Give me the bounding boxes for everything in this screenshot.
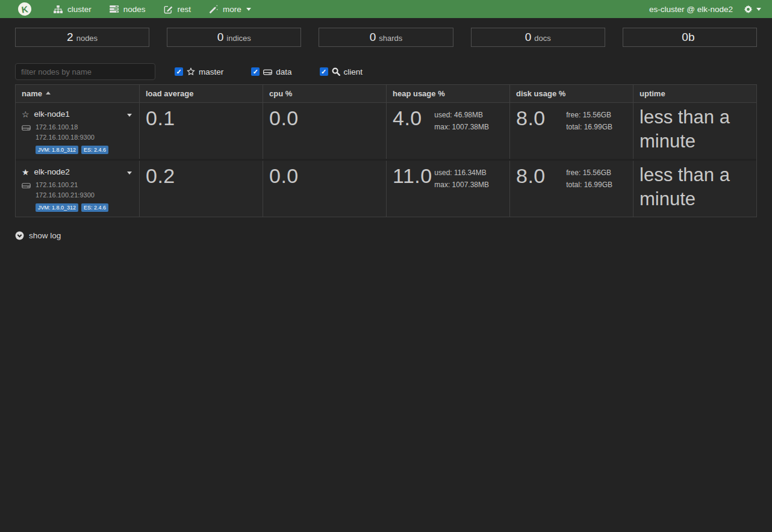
edit-icon <box>164 5 173 14</box>
cpu-cell: 0.0 <box>263 103 386 159</box>
stat-value: 0 <box>217 31 224 44</box>
column-label: disk usage % <box>516 89 565 98</box>
heap-used: used: 46.98MB <box>434 109 489 121</box>
cluster-stats-row: 2 nodes 0 indices 0 shards 0 docs 0b <box>15 28 757 47</box>
column-header-load-average[interactable]: load average <box>139 85 263 102</box>
stat-label: shards <box>379 34 402 43</box>
stat-size: 0b <box>623 28 757 47</box>
cpu-value: 0.0 <box>269 165 299 187</box>
column-label: cpu % <box>269 89 292 98</box>
kopf-logo[interactable]: K <box>17 2 33 17</box>
show-log-toggle[interactable]: show log <box>15 231 61 240</box>
disk-total: total: 16.99GB <box>566 179 612 191</box>
stat-value: 2 <box>67 31 73 44</box>
caret-down-icon <box>756 8 761 11</box>
table-header: name load average cpu % heap usage % dis… <box>16 85 756 103</box>
cpu-value: 0.0 <box>269 107 299 129</box>
hdd-icon <box>263 68 272 75</box>
stat-value: 0 <box>525 31 532 44</box>
disk-free: free: 15.56GB <box>566 109 612 121</box>
disk-detail: free: 15.56GB total: 16.99GB <box>566 107 612 133</box>
chevron-circle-down-icon <box>15 231 24 240</box>
tasks-icon <box>110 5 119 13</box>
sort-asc-icon <box>46 91 51 94</box>
main-content: 2 nodes 0 indices 0 shards 0 docs 0b <box>0 28 772 240</box>
disk-usage-cell: 8.0 free: 15.56GB total: 16.99GB <box>509 161 633 217</box>
heap-max: max: 1007.38MB <box>434 121 489 133</box>
checkbox-checked-icon[interactable] <box>175 67 183 76</box>
disk-usage-cell: 8.0 free: 15.56GB total: 16.99GB <box>509 103 633 159</box>
stat-shards: 0 shards <box>319 28 453 47</box>
master-eligible-star-icon <box>22 110 30 119</box>
heap-usage-cell: 11.0 used: 116.34MB max: 1007.38MB <box>386 161 509 217</box>
es-version-badge: ES: 2.4.6 <box>81 203 108 212</box>
current-master-star-icon <box>22 168 30 176</box>
settings-menu[interactable] <box>744 5 764 14</box>
disk-total: total: 16.99GB <box>566 121 612 133</box>
nav-item-more[interactable]: more <box>200 0 260 18</box>
stat-label: indices <box>226 34 251 43</box>
nav-item-cluster[interactable]: cluster <box>45 0 101 18</box>
heap-usage-cell: 4.0 used: 46.98MB max: 1007.38MB <box>386 103 509 159</box>
nav-item-rest[interactable]: rest <box>155 0 201 18</box>
nav-item-label: cluster <box>67 5 92 14</box>
disk-usage-value: 8.0 <box>516 107 546 129</box>
column-header-heap-usage[interactable]: heap usage % <box>386 85 509 102</box>
column-label: name <box>22 89 42 98</box>
checkbox-client[interactable]: client <box>320 67 363 76</box>
column-header-name[interactable]: name <box>16 85 139 102</box>
node-name: elk-node1 <box>34 110 70 119</box>
node-filter-input[interactable] <box>15 63 155 80</box>
table-row: elk-node1 172.16.100.18 172.16.100.1 <box>16 103 756 159</box>
cluster-selector[interactable]: es-cluster @ elk-node2 <box>649 5 733 14</box>
navbar: K cluster nodes <box>0 0 772 18</box>
checkbox-data[interactable]: data <box>251 67 291 76</box>
nodes-table: name load average cpu % heap usage % dis… <box>15 84 757 217</box>
column-label: heap usage % <box>393 89 445 98</box>
checkbox-checked-icon[interactable] <box>251 67 260 76</box>
caret-down-icon <box>127 114 132 117</box>
node-address: 172.16.100.18 <box>36 123 78 131</box>
jvm-version-badge: JVM: 1.8.0_312 <box>36 203 78 212</box>
node-name-cell: elk-node1 172.16.100.18 172.16.100.1 <box>16 103 139 159</box>
disk-detail: free: 15.56GB total: 16.99GB <box>566 165 612 191</box>
column-label: load average <box>146 89 194 98</box>
heap-used: used: 116.34MB <box>434 167 489 179</box>
sitemap-icon <box>54 5 63 13</box>
node-transport-address: 172.16.100.18:9300 <box>36 134 133 141</box>
checkbox-label: data <box>276 67 291 76</box>
checkbox-master[interactable]: master <box>175 67 223 76</box>
stat-indices: 0 indices <box>167 28 301 47</box>
stat-value: 0 <box>370 31 376 44</box>
table-row: elk-node2 172.16.100.21 172.16.100.2 <box>16 159 756 217</box>
nav-item-nodes[interactable]: nodes <box>101 0 155 18</box>
nav-item-label: nodes <box>123 5 146 14</box>
uptime-cell: less than a minute <box>633 103 756 159</box>
load-average-cell: 0.2 <box>139 161 263 217</box>
stat-value: 0b <box>682 31 694 44</box>
node-actions-dropdown[interactable] <box>126 108 133 120</box>
stat-docs: 0 docs <box>471 28 605 47</box>
column-header-uptime[interactable]: uptime <box>633 85 756 102</box>
node-actions-dropdown[interactable] <box>126 165 133 178</box>
jvm-version-badge: JVM: 1.8.0_312 <box>36 146 78 154</box>
magic-icon <box>209 5 218 14</box>
node-name: elk-node2 <box>34 167 70 176</box>
uptime-cell: less than a minute <box>633 161 756 217</box>
es-version-badge: ES: 2.4.6 <box>81 146 108 154</box>
filter-row: master data client <box>15 63 757 80</box>
disk-free: free: 15.56GB <box>566 167 612 179</box>
node-transport-address: 172.16.100.21:9300 <box>36 191 133 199</box>
heap-detail: used: 46.98MB max: 1007.38MB <box>434 107 489 133</box>
stat-nodes: 2 nodes <box>15 28 149 47</box>
navbar-right: es-cluster @ elk-node2 <box>649 5 764 14</box>
node-name-cell: elk-node2 172.16.100.21 172.16.100.2 <box>16 161 139 217</box>
checkbox-checked-icon[interactable] <box>320 67 328 76</box>
checkbox-label: client <box>344 67 363 76</box>
load-average-value: 0.2 <box>146 165 175 187</box>
column-header-cpu[interactable]: cpu % <box>263 85 386 102</box>
nav-item-label: rest <box>178 5 191 14</box>
heap-detail: used: 116.34MB max: 1007.38MB <box>434 165 489 191</box>
column-header-disk-usage[interactable]: disk usage % <box>509 85 633 102</box>
stat-label: docs <box>534 34 550 43</box>
